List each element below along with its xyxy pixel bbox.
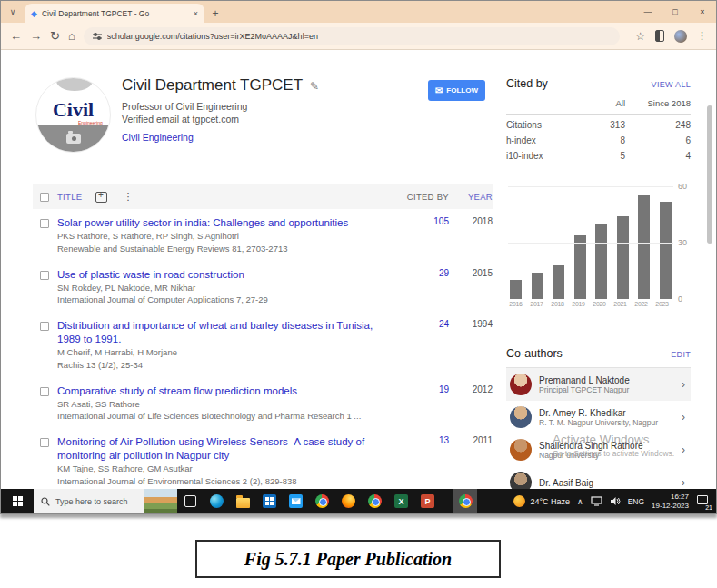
coauthor-name: Dr. Aasif Baig bbox=[539, 478, 674, 488]
chart-year-label: 2020 bbox=[590, 301, 609, 307]
table-menu-icon[interactable]: ⋮ bbox=[123, 191, 133, 203]
restore-button[interactable]: □ bbox=[662, 1, 689, 23]
stat-all-value: 8 bbox=[578, 135, 625, 145]
stat-since-value: 248 bbox=[625, 120, 691, 130]
publication-title-link[interactable]: Solar power utility sector in india: Cha… bbox=[57, 216, 391, 230]
publication-title-link[interactable]: Distribution and importance of wheat and… bbox=[57, 319, 391, 346]
row-checkbox[interactable] bbox=[40, 322, 49, 331]
publication-authors: SN Rokdey, PL Naktode, MR Nikhar bbox=[57, 283, 391, 294]
coauthors-panel: Co-authors EDIT Premanand L NaktodePrinc… bbox=[506, 347, 691, 489]
coauthor-item[interactable]: Dr. Amey R. KhedikarR. T. M. Nagpur Univ… bbox=[506, 401, 691, 434]
chart-ytick-label: 60 bbox=[678, 182, 692, 191]
stat-row: h-index86 bbox=[506, 130, 691, 145]
home-icon[interactable]: ⌂ bbox=[68, 30, 75, 42]
file-explorer-icon bbox=[236, 498, 250, 508]
firefox-icon bbox=[342, 494, 355, 508]
mail-icon bbox=[289, 494, 303, 508]
notification-center[interactable]: 21 bbox=[696, 494, 711, 509]
taskbar-icon-chrome-active[interactable] bbox=[453, 489, 477, 513]
page-scrollbar[interactable] bbox=[707, 105, 712, 244]
cited-by-count[interactable]: 105 bbox=[403, 216, 449, 255]
cited-by-count[interactable]: 19 bbox=[403, 384, 449, 424]
coauthors-list: Premanand L NaktodePrincipal TGPCET Nagp… bbox=[506, 368, 691, 489]
select-all-checkbox[interactable] bbox=[40, 193, 49, 202]
side-panel-icon[interactable] bbox=[655, 30, 664, 42]
browser-tab[interactable]: ◆ Civil Department TGPCET - Go × bbox=[25, 4, 204, 23]
chevron-right-icon: › bbox=[682, 476, 687, 489]
row-checkbox[interactable] bbox=[40, 387, 49, 396]
publication-authors: PKS Rathore, S Rathore, RP Singh, S Agni… bbox=[57, 231, 391, 243]
chrome-active-icon bbox=[459, 494, 473, 508]
chart-bar bbox=[510, 280, 522, 299]
reload-icon[interactable]: ↻ bbox=[50, 30, 60, 42]
stat-label: Citations bbox=[506, 120, 542, 130]
publication-title-link[interactable]: Monitoring of Air Pollution using Wirele… bbox=[57, 435, 391, 463]
coauthor-name: Shailendra Singh Rathore bbox=[539, 441, 674, 451]
taskbar-icon-excel[interactable]: X bbox=[388, 489, 414, 513]
close-button[interactable]: × bbox=[689, 1, 716, 23]
coauthors-edit-link[interactable]: EDIT bbox=[671, 350, 691, 359]
taskbar-icon-chrome-2[interactable] bbox=[362, 489, 388, 513]
column-year[interactable]: YEAR bbox=[449, 192, 493, 202]
chart-bar bbox=[574, 235, 586, 299]
search-highlight-image[interactable] bbox=[144, 489, 177, 513]
taskbar-icon-edge[interactable] bbox=[204, 489, 230, 513]
taskbar-icon-firefox[interactable] bbox=[335, 489, 362, 513]
chevron-right-icon: › bbox=[682, 411, 687, 424]
publication-row: Monitoring of Air Pollution using Wirele… bbox=[33, 428, 493, 489]
follow-button[interactable]: ✉ FOLLOW bbox=[428, 80, 485, 101]
taskbar-icon-store[interactable] bbox=[256, 489, 283, 513]
language-indicator[interactable]: ENG bbox=[628, 497, 644, 506]
url-bar[interactable]: scholar.google.com/citations?user=irXE2M… bbox=[84, 27, 620, 45]
cited-by-count[interactable]: 29 bbox=[403, 268, 449, 307]
column-title[interactable]: TITLE bbox=[57, 192, 82, 202]
tray-chevron-icon[interactable]: ∧ bbox=[577, 497, 583, 506]
url-text: scholar.google.com/citations?user=irXE2M… bbox=[107, 32, 318, 41]
coauthor-item[interactable]: Dr. Aasif Baig› bbox=[506, 466, 691, 489]
publication-rows: Solar power utility sector in india: Cha… bbox=[33, 209, 493, 489]
tab-close-icon[interactable]: × bbox=[194, 9, 198, 18]
bookmark-star-icon[interactable]: ☆ bbox=[635, 30, 645, 43]
forward-icon[interactable]: → bbox=[30, 30, 42, 42]
profile-field-link[interactable]: Civil Engineering bbox=[122, 132, 194, 143]
row-checkbox[interactable] bbox=[40, 271, 49, 280]
cited-by-count[interactable]: 24 bbox=[403, 319, 449, 372]
profile-avatar[interactable] bbox=[674, 30, 687, 43]
network-icon[interactable] bbox=[591, 496, 602, 506]
column-cited-by[interactable]: CITED BY bbox=[407, 192, 449, 202]
add-articles-icon[interactable] bbox=[95, 192, 107, 203]
view-all-link[interactable]: VIEW ALL bbox=[652, 80, 691, 89]
row-checkbox[interactable] bbox=[40, 219, 49, 228]
publication-title-link[interactable]: Use of plastic waste in road constructio… bbox=[57, 268, 391, 282]
taskbar-search[interactable]: Type here to search bbox=[34, 489, 177, 513]
taskbar-icon-powerpoint[interactable]: P bbox=[414, 489, 441, 513]
new-tab-button[interactable]: + bbox=[204, 7, 226, 23]
publication-title-link[interactable]: Comparative study of stream flow predict… bbox=[57, 384, 391, 398]
chart-year-label: 2021 bbox=[611, 301, 630, 307]
edit-profile-icon[interactable]: ✎ bbox=[310, 80, 319, 93]
browser-menu-icon[interactable]: ⋮ bbox=[697, 30, 707, 42]
coauthors-title: Co-authors bbox=[506, 347, 563, 360]
taskbar-icon-task-view[interactable] bbox=[177, 489, 204, 513]
taskbar-icon-chrome[interactable] bbox=[309, 489, 335, 513]
taskbar-clock[interactable]: 16:27 19-12-2023 bbox=[652, 493, 689, 511]
taskbar-icon-mail[interactable] bbox=[283, 489, 309, 513]
coauthor-name: Dr. Amey R. Khedikar bbox=[539, 408, 674, 418]
chart-bar bbox=[660, 202, 672, 299]
site-settings-icon[interactable] bbox=[93, 32, 102, 41]
tab-search-icon[interactable]: ∨ bbox=[1, 1, 25, 23]
taskbar-icon-file-explorer[interactable] bbox=[230, 489, 256, 513]
publications-header-row: TITLE ⋮ CITED BY YEAR bbox=[33, 184, 493, 209]
chart-year-label: 2019 bbox=[569, 301, 588, 307]
cited-by-count[interactable]: 13 bbox=[403, 435, 449, 488]
stats-col-since: Since 2018 bbox=[625, 98, 691, 108]
volume-icon[interactable] bbox=[610, 496, 621, 506]
back-icon[interactable]: ← bbox=[10, 30, 22, 42]
minimize-button[interactable]: — bbox=[634, 1, 662, 23]
row-checkbox[interactable] bbox=[40, 438, 49, 447]
profile-photo[interactable]: Civil Engineering bbox=[35, 77, 111, 153]
start-button[interactable] bbox=[1, 489, 34, 513]
coauthor-item[interactable]: Shailendra Singh RathoreNagpur universit… bbox=[506, 434, 691, 466]
coauthor-item[interactable]: Premanand L NaktodePrincipal TGPCET Nagp… bbox=[506, 368, 691, 401]
weather-widget[interactable]: 24°C Haze bbox=[513, 495, 570, 507]
